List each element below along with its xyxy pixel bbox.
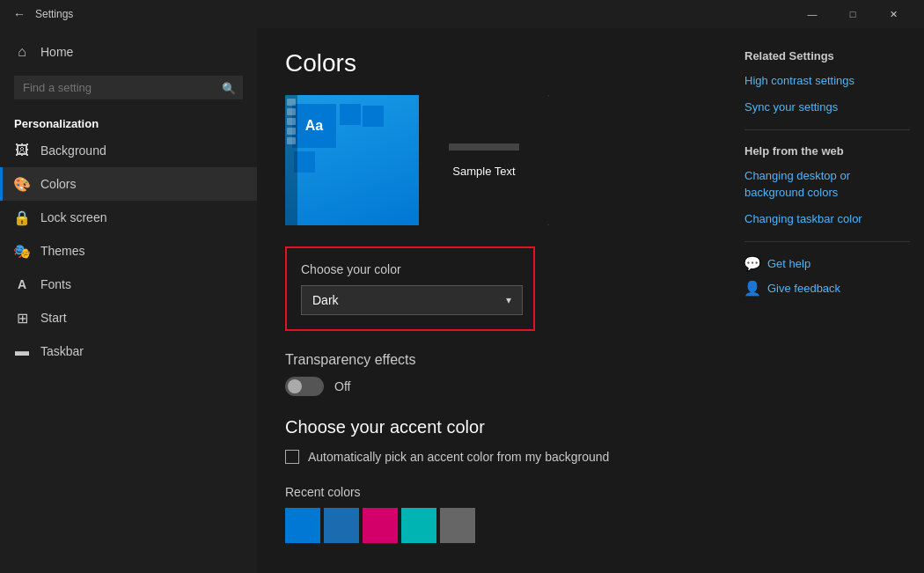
sidebar-item-themes[interactable]: 🎭 Themes <box>0 234 257 268</box>
sidebar-item-taskbar[interactable]: ▬ Taskbar <box>0 334 257 368</box>
sidebar-section-title: Personalization <box>0 107 257 134</box>
search-input[interactable] <box>14 76 243 99</box>
sidebar-item-colors-label: Colors <box>40 177 76 191</box>
sidebar-item-start[interactable]: ⊞ Start <box>0 301 257 334</box>
feedback-icon: 👤 <box>744 281 760 297</box>
auto-accent-label: Automatically pick an accent color from … <box>308 450 609 464</box>
sidebar-item-themes-label: Themes <box>40 244 85 258</box>
sidebar-item-lock-label: Lock screen <box>40 210 106 224</box>
accent-section: Choose your accent color Automatically p… <box>285 417 702 464</box>
sidebar-item-background[interactable]: 🖼 Background <box>0 134 257 167</box>
right-panel: Related Settings High contrast settings … <box>730 28 924 573</box>
auto-accent-row: Automatically pick an accent color from … <box>285 450 702 464</box>
home-icon: ⌂ <box>14 44 30 60</box>
transparency-toggle[interactable] <box>285 377 324 396</box>
related-settings-title: Related Settings <box>744 49 910 62</box>
help-from-web-title: Help from the web <box>744 144 910 158</box>
color-swatches <box>285 508 702 543</box>
back-button[interactable]: ← <box>11 5 28 23</box>
high-contrast-link[interactable]: High contrast settings <box>744 73 910 89</box>
swatch-pink[interactable] <box>363 508 398 543</box>
transparency-label: Transparency effects <box>285 352 702 368</box>
sidebar: ⌂ Home 🔍 Personalization 🖼 Background 🎨 … <box>0 28 257 573</box>
sidebar-item-fonts[interactable]: A Fonts <box>0 268 257 301</box>
divider-1 <box>744 129 910 130</box>
give-feedback-label: Give feedback <box>767 282 840 295</box>
recent-colors-section: Recent colors <box>285 485 702 543</box>
main-content: Colors Aa <box>257 28 730 573</box>
lock-icon: 🔒 <box>14 209 30 225</box>
sidebar-item-colors[interactable]: 🎨 Colors <box>0 167 257 201</box>
fonts-icon: A <box>14 276 30 292</box>
auto-accent-checkbox[interactable] <box>285 450 299 464</box>
accent-title: Choose your accent color <box>285 417 702 437</box>
minimize-button[interactable]: — <box>792 0 832 28</box>
start-icon: ⊞ <box>14 310 30 326</box>
transparency-section: Transparency effects Off <box>285 352 702 396</box>
sidebar-item-home[interactable]: ⌂ Home <box>0 35 257 69</box>
choose-color-section: Choose your color Dark ▾ <box>285 246 535 331</box>
app-body: ⌂ Home 🔍 Personalization 🖼 Background 🎨 … <box>0 28 924 573</box>
sidebar-item-background-label: Background <box>40 143 106 158</box>
app-title: Settings <box>35 8 785 20</box>
swatch-teal[interactable] <box>401 508 436 543</box>
window-controls: — □ ✕ <box>792 0 913 28</box>
page-title: Colors <box>285 49 702 77</box>
get-help-link[interactable]: 💬 Get help <box>744 256 910 272</box>
change-taskbar-link[interactable]: Changing taskbar color <box>744 211 910 227</box>
divider-2 <box>744 241 910 242</box>
toggle-knob <box>288 379 302 393</box>
color-preview: Aa Sample Text <box>285 95 549 225</box>
transparency-toggle-row: Off <box>285 377 702 396</box>
titlebar: ← Settings — □ ✕ <box>0 0 924 28</box>
get-help-icon: 💬 <box>744 256 760 272</box>
sidebar-item-lock-screen[interactable]: 🔒 Lock screen <box>0 201 257 234</box>
sidebar-item-fonts-label: Fonts <box>40 277 71 291</box>
search-box: 🔍 <box>14 76 243 99</box>
get-help-label: Get help <box>767 257 810 270</box>
color-mode-value: Dark <box>312 293 339 307</box>
maximize-button[interactable]: □ <box>832 0 873 28</box>
sync-settings-link[interactable]: Sync your settings <box>744 99 910 115</box>
choose-color-label: Choose your color <box>301 262 519 276</box>
themes-icon: 🎭 <box>14 243 30 259</box>
dropdown-arrow-icon: ▾ <box>506 294 511 306</box>
swatch-blue2[interactable] <box>324 508 359 543</box>
change-bg-link[interactable]: Changing desktop or background colors <box>744 168 910 200</box>
home-label: Home <box>40 45 73 59</box>
recent-colors-label: Recent colors <box>285 485 702 499</box>
swatch-gray[interactable] <box>440 508 475 543</box>
colors-icon: 🎨 <box>14 176 30 192</box>
sidebar-item-start-label: Start <box>40 311 67 325</box>
close-button[interactable]: ✕ <box>873 0 913 28</box>
preview-sample-text: Sample Text <box>452 165 515 178</box>
sidebar-item-taskbar-label: Taskbar <box>40 344 84 358</box>
color-mode-dropdown[interactable]: Dark ▾ <box>301 285 523 315</box>
search-icon: 🔍 <box>222 81 236 94</box>
give-feedback-link[interactable]: 👤 Give feedback <box>744 281 910 297</box>
taskbar-icon: ▬ <box>14 343 30 359</box>
swatch-blue1[interactable] <box>285 508 320 543</box>
background-icon: 🖼 <box>14 143 30 158</box>
preview-dark-window: Sample Text <box>419 95 549 225</box>
transparency-state: Off <box>334 379 350 393</box>
